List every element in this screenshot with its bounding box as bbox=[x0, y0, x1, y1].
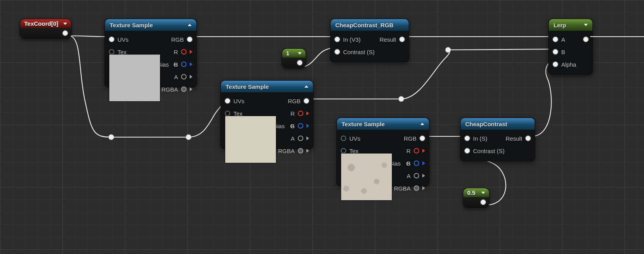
svg-point-1 bbox=[186, 134, 191, 140]
arrow-icon bbox=[306, 124, 309, 128]
input-pin-in[interactable] bbox=[464, 136, 470, 141]
node-constant-1[interactable]: 1 bbox=[282, 48, 306, 68]
arrow-icon bbox=[190, 75, 192, 79]
chevron-down-icon[interactable] bbox=[584, 24, 588, 26]
input-pin-b[interactable] bbox=[553, 49, 558, 55]
node-texcoord[interactable]: TexCoord[0] bbox=[20, 19, 71, 39]
node-lerp[interactable]: Lerp A B Alpha bbox=[548, 19, 593, 75]
output-pin-a[interactable] bbox=[181, 74, 187, 79]
output-pin-r[interactable] bbox=[414, 148, 419, 153]
output-pin-rgb[interactable] bbox=[187, 37, 192, 42]
node-title: CheapContrast_RGB bbox=[335, 22, 393, 28]
output-pin-b[interactable] bbox=[181, 62, 187, 67]
input-pin-uvs[interactable] bbox=[225, 98, 230, 104]
output-pin-result[interactable] bbox=[525, 136, 531, 141]
output-pin-b[interactable] bbox=[298, 123, 303, 129]
node-cheapcontrast-rgb[interactable]: CheapContrast_RGB In (V3) Result Contras… bbox=[330, 19, 409, 62]
arrow-icon bbox=[422, 174, 425, 178]
node-title: CheapContrast bbox=[465, 121, 507, 127]
texture-preview bbox=[225, 116, 276, 163]
arrow-icon bbox=[306, 136, 309, 140]
material-graph-canvas[interactable]: TexCoord[0] Texture Sample UVs RGB Tex R… bbox=[0, 0, 644, 254]
output-pin-a[interactable] bbox=[298, 136, 303, 141]
arrow-icon bbox=[306, 111, 309, 115]
arrow-icon bbox=[306, 149, 309, 153]
output-pin[interactable] bbox=[480, 199, 486, 205]
input-pin-in[interactable] bbox=[334, 37, 340, 42]
arrow-icon bbox=[190, 87, 192, 91]
chevron-down-icon[interactable] bbox=[481, 192, 485, 194]
input-pin-uvs[interactable] bbox=[341, 136, 346, 141]
node-texture-sample-3[interactable]: Texture Sample UVs RGB Tex R Apply View … bbox=[336, 118, 429, 186]
output-pin-rgb[interactable] bbox=[420, 136, 425, 141]
constant-value: 1 bbox=[286, 50, 289, 56]
node-cheapcontrast[interactable]: CheapContrast In (S) Result Contrast (S) bbox=[460, 118, 535, 161]
input-pin-uvs[interactable] bbox=[109, 37, 114, 42]
svg-point-0 bbox=[109, 134, 114, 140]
output-pin-rgba[interactable] bbox=[414, 185, 419, 191]
svg-point-2 bbox=[398, 96, 404, 102]
chevron-down-icon[interactable] bbox=[298, 52, 302, 55]
output-pin-r[interactable] bbox=[181, 49, 187, 55]
constant-value: 0.5 bbox=[467, 189, 475, 196]
arrow-icon bbox=[190, 62, 192, 66]
output-pin-result[interactable] bbox=[399, 37, 405, 42]
input-pin-contrast[interactable] bbox=[464, 148, 470, 153]
arrow-icon bbox=[422, 186, 425, 190]
output-pin-r[interactable] bbox=[298, 111, 303, 116]
output-pin-b[interactable] bbox=[414, 161, 419, 166]
node-texture-sample-1[interactable]: Texture Sample UVs RGB Tex R Apply View … bbox=[105, 19, 197, 87]
chevron-up-icon[interactable] bbox=[420, 123, 424, 125]
node-texture-sample-2[interactable]: Texture Sample UVs RGB Tex R Apply View … bbox=[221, 80, 313, 149]
output-pin[interactable] bbox=[583, 37, 589, 42]
output-pin-rgba[interactable] bbox=[298, 148, 303, 153]
chevron-up-icon[interactable] bbox=[188, 24, 192, 26]
output-pin[interactable] bbox=[297, 60, 302, 65]
output-pin-a[interactable] bbox=[414, 173, 419, 178]
input-pin-contrast[interactable] bbox=[334, 49, 340, 55]
output-pin-rgba[interactable] bbox=[181, 86, 187, 92]
node-constant-05[interactable]: 0.5 bbox=[463, 188, 489, 208]
input-pin-alpha[interactable] bbox=[553, 62, 558, 67]
node-title: TexCoord[0] bbox=[24, 20, 58, 27]
node-title: Texture Sample bbox=[342, 121, 385, 127]
arrow-icon bbox=[190, 50, 192, 54]
output-pin-rgb[interactable] bbox=[304, 98, 309, 104]
output-pin[interactable] bbox=[62, 30, 68, 36]
chevron-down-icon[interactable] bbox=[63, 23, 67, 25]
arrow-icon bbox=[422, 161, 425, 165]
texture-preview bbox=[341, 153, 392, 201]
node-title: Texture Sample bbox=[110, 22, 153, 28]
arrow-icon bbox=[422, 149, 425, 153]
chevron-up-icon[interactable] bbox=[304, 85, 308, 88]
node-title: Lerp bbox=[553, 22, 566, 28]
input-pin-a[interactable] bbox=[553, 37, 558, 42]
texture-preview bbox=[109, 54, 160, 102]
node-title: Texture Sample bbox=[226, 83, 269, 90]
wire-layer bbox=[0, 0, 644, 254]
svg-point-3 bbox=[445, 47, 451, 53]
